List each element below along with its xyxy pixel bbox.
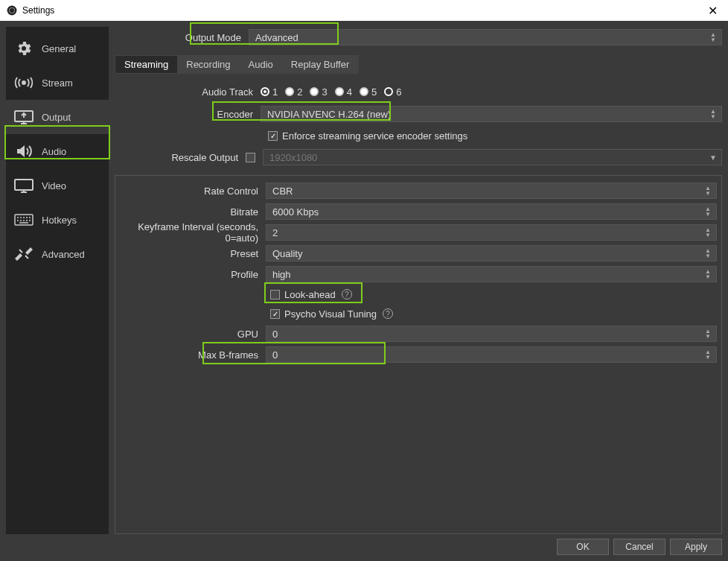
help-icon[interactable]: ? — [342, 289, 352, 299]
rescale-label: Rescale Output — [115, 152, 246, 163]
rescale-checkbox[interactable] — [246, 153, 255, 162]
bitrate-input[interactable]: 6000 Kbps ▲▼ — [266, 203, 717, 220]
preset-combo[interactable]: Quality ▲▼ — [266, 245, 717, 262]
sidebar-item-hotkeys[interactable]: Hotkeys — [6, 203, 109, 237]
updown-icon: ▲▼ — [701, 347, 715, 362]
updown-icon: ▲▼ — [701, 183, 715, 198]
encoder-combo[interactable]: NVIDIA NVENC H.264 (new) ▲▼ — [261, 106, 722, 122]
tab-recording[interactable]: Recording — [177, 56, 239, 73]
enforce-checkbox[interactable] — [268, 131, 278, 141]
sidebar-item-label: Advanced — [42, 249, 85, 260]
sidebar-item-label: General — [42, 43, 76, 54]
updown-icon: ▲▼ — [701, 267, 715, 282]
svg-rect-4 — [15, 180, 33, 190]
window-title: Settings — [22, 5, 703, 16]
radio-icon — [310, 87, 319, 96]
updown-icon: ▲▼ — [701, 246, 715, 261]
chevron-down-icon: ▼ — [706, 150, 720, 165]
enforce-label: Enforce streaming service encoder settin… — [282, 130, 467, 142]
audio-track-2[interactable]: 2 — [285, 86, 302, 98]
rate-control-label: Rate Control — [120, 186, 266, 197]
tab-replay-buffer[interactable]: Replay Buffer — [282, 56, 359, 73]
audio-track-4[interactable]: 4 — [335, 86, 352, 98]
apply-button[interactable]: Apply — [670, 539, 722, 555]
titlebar: Settings ✕ — [0, 0, 728, 21]
rescale-combo: 1920x1080 ▼ — [263, 149, 722, 165]
radio-icon — [335, 87, 344, 96]
ok-button[interactable]: OK — [557, 539, 609, 555]
radio-icon — [384, 87, 393, 96]
output-mode-combo[interactable]: Advanced ▲▼ — [249, 29, 722, 45]
help-icon[interactable]: ? — [383, 308, 393, 319]
sidebar-item-video[interactable]: Video — [6, 168, 109, 203]
tab-streaming[interactable]: Streaming — [115, 56, 177, 73]
output-tabs: Streaming Recording Audio Replay Buffer — [115, 55, 359, 74]
obs-logo-icon — [6, 4, 18, 16]
keyboard-icon — [13, 209, 34, 230]
gpu-label: GPU — [120, 329, 266, 340]
rate-control-combo[interactable]: CBR ▲▼ — [266, 183, 717, 199]
tab-audio[interactable]: Audio — [240, 56, 282, 73]
sidebar-item-label: Stream — [42, 77, 73, 89]
dialog-buttons: OK Cancel Apply — [6, 534, 722, 555]
profile-combo[interactable]: high ▲▼ — [266, 266, 717, 282]
close-icon[interactable]: ✕ — [703, 4, 722, 18]
gear-icon — [13, 38, 34, 59]
encoder-settings-panel: Rate Control CBR ▲▼ Bitrate 6000 Kbps ▲▼… — [115, 175, 722, 534]
audio-track-1[interactable]: 1 — [261, 86, 278, 98]
audio-track-label: Audio Track — [115, 86, 261, 98]
sidebar-item-advanced[interactable]: Advanced — [6, 237, 109, 271]
sidebar-item-output[interactable]: Output — [6, 100, 109, 134]
lookahead-label: Look-ahead — [284, 289, 336, 300]
monitor-icon — [13, 175, 34, 196]
sidebar-item-label: Hotkeys — [42, 215, 77, 226]
encoder-value: NVIDIA NVENC H.264 (new) — [267, 109, 391, 120]
preset-label: Preset — [120, 248, 266, 259]
radio-icon — [285, 87, 294, 96]
sidebar-item-label: Video — [42, 180, 66, 191]
radio-icon — [360, 87, 368, 96]
svg-point-0 — [7, 6, 17, 16]
encoder-label: Encoder — [115, 109, 261, 120]
output-mode-label: Output Mode — [115, 32, 249, 43]
cancel-button[interactable]: Cancel — [613, 539, 665, 555]
lookahead-checkbox[interactable] — [270, 290, 280, 299]
bframes-label: Max B-frames — [120, 349, 266, 361]
updown-icon: ▲▼ — [701, 225, 715, 240]
profile-label: Profile — [120, 269, 266, 280]
audio-track-5[interactable]: 5 — [360, 86, 377, 98]
bitrate-label: Bitrate — [120, 206, 266, 218]
updown-icon: ▲▼ — [701, 204, 715, 219]
speaker-icon — [13, 141, 34, 162]
svg-rect-5 — [15, 215, 33, 225]
psycho-label: Psycho Visual Tuning — [284, 308, 377, 320]
sidebar-item-general[interactable]: General — [6, 31, 109, 66]
keyframe-input[interactable]: 2 ▲▼ — [266, 224, 717, 241]
output-mode-value: Advanced — [255, 32, 298, 43]
updown-icon: ▲▼ — [706, 30, 720, 45]
sidebar-item-audio[interactable]: Audio — [6, 134, 109, 168]
bframes-input[interactable]: 0 ▲▼ — [266, 346, 717, 363]
rescale-value: 1920x1080 — [269, 152, 317, 163]
keyframe-label: Keyframe Interval (seconds, 0=auto) — [120, 221, 266, 244]
psycho-checkbox[interactable] — [270, 309, 280, 319]
monitor-output-icon — [13, 107, 34, 127]
svg-point-2 — [22, 81, 25, 84]
sidebar: General Stream Output Audio — [6, 27, 109, 534]
audio-track-6[interactable]: 6 — [384, 86, 401, 98]
audio-track-radios: 1 2 3 4 5 6 — [261, 86, 401, 98]
updown-icon: ▲▼ — [706, 107, 720, 121]
gpu-input[interactable]: 0 ▲▼ — [266, 326, 717, 342]
sidebar-item-stream[interactable]: Stream — [6, 66, 109, 100]
audio-track-3[interactable]: 3 — [310, 86, 327, 98]
tools-icon — [13, 244, 34, 264]
sidebar-item-label: Audio — [42, 146, 66, 157]
broadcast-icon — [13, 72, 34, 93]
updown-icon: ▲▼ — [701, 326, 715, 341]
sidebar-item-label: Output — [42, 112, 71, 123]
radio-icon — [261, 87, 269, 96]
